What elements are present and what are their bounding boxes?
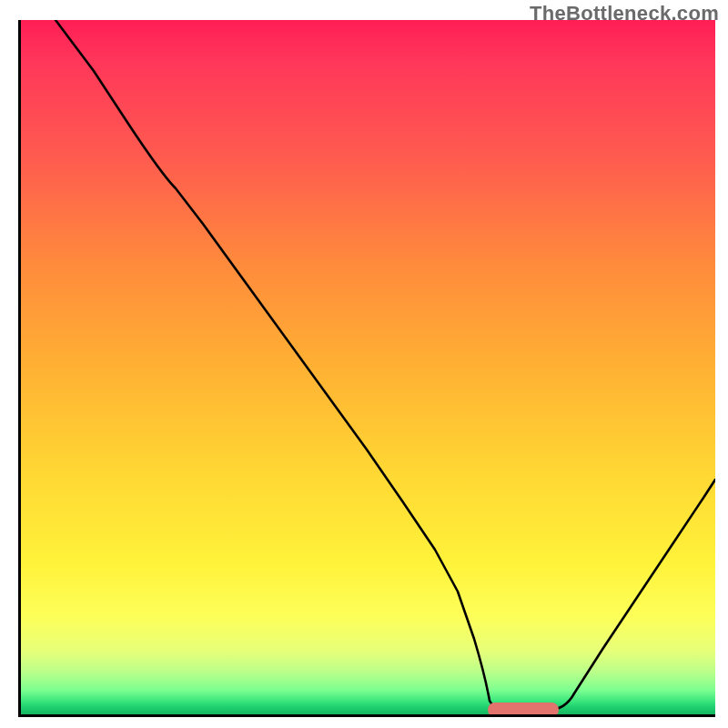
chart-container: TheBottleneck.com — [0, 0, 728, 728]
optimal-range-marker — [488, 703, 559, 717]
plot-area — [18, 20, 715, 717]
curve-path — [56, 20, 715, 710]
bottleneck-curve — [21, 20, 715, 714]
